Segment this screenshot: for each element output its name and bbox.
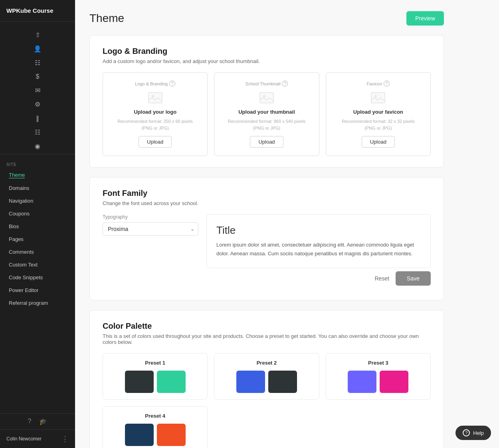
color-grid: Preset 1 Preset 2 Preset 3 (103, 353, 431, 448)
logo-branding-desc: Add a custom logo and/or favicon, and ad… (103, 58, 431, 64)
sidebar-icon-calendar[interactable]: ☷ (32, 126, 43, 138)
help-button[interactable]: ? Help (455, 426, 491, 440)
font-preview-title: Title (216, 224, 421, 237)
font-preview: Title Lorem ipsum dolor sit amet, consec… (206, 214, 431, 268)
preset-3-label: Preset 3 (333, 360, 424, 366)
logo-branding-section: Logo & Branding Add a custom logo and/or… (89, 35, 444, 168)
page-title: Theme (89, 12, 124, 25)
thumbnail-card-name: Upload your thumbnail (238, 109, 295, 115)
preset-1-label: Preset 1 (109, 360, 201, 366)
sidebar-user-name: Colin Newcomer (6, 436, 42, 442)
sidebar-item-power-editor[interactable]: Power Editor (2, 284, 73, 296)
sidebar-item-referral[interactable]: Referral program (2, 297, 73, 309)
sidebar-item-theme[interactable]: Theme (2, 169, 73, 182)
preset-3-swatches (333, 371, 424, 393)
sidebar-icon-dashboard[interactable]: ☷ (32, 57, 43, 69)
logo-branding-card-label: Logo & Branding (135, 81, 168, 86)
svg-rect-2 (260, 93, 273, 103)
preset-4-swatch-1 (125, 424, 154, 446)
color-preset-3[interactable]: Preset 3 (326, 353, 431, 400)
sidebar-icon-analytics[interactable]: ⇧ (33, 29, 43, 41)
favicon-help-icon[interactable]: ? (384, 81, 390, 87)
thumbnail-card-hint: Recommended format: 960 x 540 pixels(PNG… (228, 118, 305, 131)
favicon-card-name: Upload your favicon (353, 109, 403, 115)
preset-1-swatches (109, 371, 201, 393)
sidebar-icon-settings[interactable]: ⚙ (32, 98, 43, 111)
logo-card-name: Upload your logo (134, 109, 176, 115)
color-preset-2[interactable]: Preset 2 (214, 353, 319, 400)
font-select[interactable]: Proxima Open Sans Roboto Lato Montserrat (103, 222, 198, 236)
upload-card-logo: Logo & Branding ? Upload your logo Recom… (103, 72, 208, 156)
thumbnail-help-icon[interactable]: ? (282, 81, 288, 87)
sidebar-icon-money[interactable]: $ (34, 71, 42, 83)
sidebar-item-bios[interactable]: Bios (2, 220, 73, 233)
typography-label: Typography (103, 214, 198, 220)
svg-rect-0 (149, 93, 162, 103)
preset-4-swatches (109, 424, 201, 446)
sidebar-footer: Colin Newcomer ⋮ (0, 429, 75, 448)
upload-grid: Logo & Branding ? Upload your logo Recom… (103, 72, 431, 156)
preview-button[interactable]: Preview (406, 11, 444, 26)
sidebar-item-domains[interactable]: Domains (2, 182, 73, 194)
sidebar-icon-network[interactable]: ◉ (32, 140, 43, 152)
preset-1-swatch-1 (125, 371, 154, 393)
sidebar-item-pages[interactable]: Pages (2, 233, 73, 245)
sidebar-item-comments[interactable]: Comments (2, 246, 73, 258)
favicon-card-label: Favicon (367, 81, 382, 86)
logo-placeholder-icon (147, 91, 163, 104)
sidebar-icon-users[interactable]: 👤 (31, 43, 44, 55)
help-label: Help (473, 430, 484, 436)
sidebar-nav: ⇧ 👤 ☷ $ ✉ ⚙ ‖ ☷ ◉ SITE Theme Domains Nav… (0, 22, 75, 413)
preset-1-swatch-2 (157, 371, 186, 393)
color-palette-desc: This is a set of colors used throughout … (103, 333, 431, 345)
sidebar-icon-library[interactable]: ‖ (34, 112, 42, 124)
sidebar-item-coupons[interactable]: Coupons (2, 207, 73, 220)
preset-3-swatch-1 (348, 371, 376, 393)
sidebar-more-options[interactable]: ⋮ (61, 434, 69, 443)
thumbnail-placeholder-icon (259, 91, 275, 104)
preset-2-label: Preset 2 (221, 360, 312, 366)
reset-button[interactable]: Reset (375, 275, 390, 282)
preset-2-swatches (221, 371, 312, 393)
sidebar-item-custom-text[interactable]: Custom Text (2, 259, 73, 271)
sidebar-icon-email[interactable]: ✉ (33, 84, 43, 97)
font-family-title: Font Family (103, 189, 431, 198)
preset-2-swatch-2 (268, 371, 297, 393)
font-select-wrapper: Proxima Open Sans Roboto Lato Montserrat… (103, 222, 198, 236)
preset-4-swatch-2 (157, 424, 186, 446)
upload-card-favicon: Favicon ? Upload your favicon Recommende… (326, 72, 431, 156)
thumbnail-card-label: School Thumbnail (246, 81, 281, 86)
font-family-section: Font Family Change the font used across … (89, 177, 444, 300)
sidebar: WPKube Course ⇧ 👤 ☷ $ ✉ ⚙ ‖ ☷ ◉ SITE The… (0, 0, 75, 448)
color-palette-title: Color Palette (103, 322, 431, 331)
font-preview-body: Lorem ipsum dolor sit amet, consectetuer… (216, 241, 421, 258)
sidebar-graduation-icon[interactable]: 🎓 (39, 418, 47, 425)
upload-card-thumbnail: School Thumbnail ? Upload your thumbnail… (214, 72, 319, 156)
font-row: Typography Proxima Open Sans Roboto Lato… (103, 214, 431, 268)
color-preset-1[interactable]: Preset 1 (103, 353, 208, 400)
sidebar-item-code-snippets[interactable]: Code Snippets (2, 271, 73, 284)
font-family-desc: Change the font used across your school. (103, 200, 431, 206)
color-palette-section: Color Palette This is a set of colors us… (89, 310, 444, 448)
color-preset-4[interactable]: Preset 4 (103, 406, 208, 448)
font-selector-col: Typography Proxima Open Sans Roboto Lato… (103, 214, 198, 236)
svg-rect-4 (371, 93, 385, 103)
font-action-bar: Reset Save (103, 268, 431, 289)
main-content: Theme Preview Logo & Branding Add a cust… (75, 0, 499, 448)
logo-branding-title: Logo & Branding (103, 47, 431, 56)
favicon-placeholder-icon (370, 91, 386, 104)
page-header: Theme Preview (89, 11, 444, 26)
logo-help-icon[interactable]: ? (169, 81, 175, 87)
save-button[interactable]: Save (396, 271, 431, 286)
logo-card-hint: Recommended format: 250 x 60 pixels(PNG … (118, 118, 193, 131)
sidebar-item-navigation[interactable]: Navigation (2, 195, 73, 207)
preset-4-label: Preset 4 (109, 413, 201, 419)
favicon-upload-button[interactable]: Upload (362, 136, 395, 148)
sidebar-help-icon[interactable]: ? (28, 418, 32, 425)
favicon-card-hint: Recommended format: 32 x 32 pixels(PNG o… (342, 118, 414, 131)
help-circle-icon: ? (463, 429, 470, 436)
sidebar-section-site: SITE (0, 158, 75, 168)
preset-2-swatch-1 (236, 371, 265, 393)
thumbnail-upload-button[interactable]: Upload (250, 136, 283, 148)
logo-upload-button[interactable]: Upload (139, 136, 172, 148)
